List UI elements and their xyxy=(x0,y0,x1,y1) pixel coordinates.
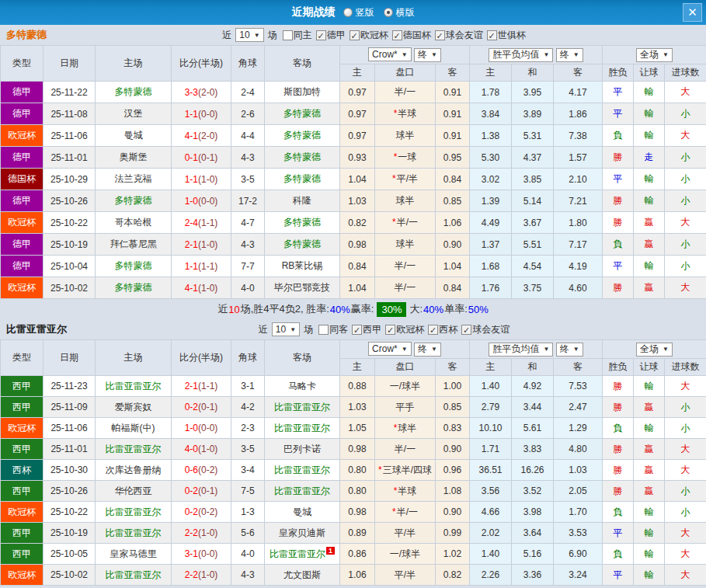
odds-company-dropdown[interactable]: Crow*▼ xyxy=(368,342,412,356)
chevron-down-icon: ▼ xyxy=(254,32,260,39)
subcol-mean-away: 客 xyxy=(554,359,603,376)
filter-checkbox[interactable]: ✓世俱杯 xyxy=(487,29,526,42)
odds-handicap: *半/一 xyxy=(375,502,436,523)
odds-home: 1.04 xyxy=(340,277,375,299)
odds-home: 0.93 xyxy=(340,147,375,169)
mean-away: 2.10 xyxy=(554,169,603,190)
close-button[interactable]: ✕ xyxy=(683,3,702,22)
mean-draw: 3.89 xyxy=(512,103,554,125)
match-row: 德甲25-10-26多特蒙德1-0(0-0)17-2科隆1.03球半0.851.… xyxy=(1,190,706,212)
subcol-goals: 进球数 xyxy=(665,359,706,376)
match-row: 德甲25-10-19拜仁慕尼黑2-1(1-0)4-3多特蒙德0.98球半0.90… xyxy=(1,234,706,256)
chevron-down-icon: ▼ xyxy=(431,346,437,353)
league-badge: 德甲 xyxy=(1,103,43,125)
corner-score: 4-3 xyxy=(231,234,265,256)
match-row: 西甲25-10-05皇家马德里3-1(0-0)4-0比雷亚雷亚尔10.86一/球… xyxy=(1,544,706,565)
checkbox-icon: ✓ xyxy=(435,30,445,40)
result-handicap: 輸 xyxy=(634,82,665,103)
checkbox-label: 德甲 xyxy=(327,29,346,42)
filter-checkbox[interactable]: 同客 xyxy=(318,323,348,336)
odds-final-dropdown[interactable]: 终▼ xyxy=(414,343,441,357)
mean-group-header: 胜平负均值▼ 终▼ xyxy=(470,340,603,359)
odds-away: 0.83 xyxy=(436,418,470,439)
match-count-value: 10 xyxy=(276,324,286,335)
filter-checkbox[interactable]: ✓西杯 xyxy=(428,323,457,336)
mean-draw: 4.92 xyxy=(512,376,554,397)
fulltime-score: 2-1 xyxy=(185,239,198,250)
layout-radio-selected[interactable]: 横版 xyxy=(384,6,415,19)
mean-draw: 3.52 xyxy=(512,481,554,502)
filter-checkbox[interactable]: 同主 xyxy=(283,29,312,42)
result-outcome: 勝 xyxy=(603,147,634,169)
odds-home: 0.97 xyxy=(340,125,375,147)
odds-handicap: 球半 xyxy=(375,125,436,147)
filter-checkbox[interactable]: ✓德甲 xyxy=(316,29,346,42)
result-outcome: 平 xyxy=(603,103,634,125)
mean-draw: 3.98 xyxy=(512,502,554,523)
odds-away: 0.85 xyxy=(436,190,470,212)
odds-company-dropdown[interactable]: Crow*▼ xyxy=(368,47,412,61)
titlebar: 近期战绩 竖版横版 ✕ xyxy=(0,0,706,25)
filter-checkbox[interactable]: ✓欧冠杯 xyxy=(385,323,424,336)
mean-away: 7.38 xyxy=(554,125,603,147)
result-outcome: 勝 xyxy=(603,481,634,502)
match-row: 欧冠杯25-10-02多特蒙德4-1(1-0)4-0毕尔巴鄂竞技1.04半/一0… xyxy=(1,277,706,299)
match-row: 西甲25-10-19比雷亚雷亚尔2-2(1-0)5-6皇家贝迪斯0.89平/半0… xyxy=(1,523,706,544)
mean-dropdown[interactable]: 胜平负均值▼ xyxy=(489,343,553,357)
fulltime-dropdown[interactable]: 全场▼ xyxy=(636,48,673,62)
radio-label: 横版 xyxy=(396,6,415,19)
odds-final-dropdown[interactable]: 终▼ xyxy=(414,48,441,62)
result-goals: 小 xyxy=(665,190,706,212)
col-header-home: 主场 xyxy=(96,340,172,376)
result-goals: 大 xyxy=(665,277,706,299)
match-date: 25-10-29 xyxy=(43,169,96,190)
halftime-score: (0-0) xyxy=(198,548,217,559)
odds-away: 0.91 xyxy=(436,125,470,147)
fulltime-dropdown[interactable]: 全场▼ xyxy=(636,343,673,357)
score-cell: 2-1(1-0) xyxy=(172,234,231,256)
league-badge: 西甲 xyxy=(1,439,43,460)
mean-final-value: 终 xyxy=(560,343,569,356)
col-header-corner: 角球 xyxy=(231,46,265,82)
fulltime-group-header: 全场▼ xyxy=(603,340,706,359)
fulltime-score: 4-0 xyxy=(185,444,198,454)
layout-radio-option[interactable]: 竖版 xyxy=(343,6,374,19)
mean-final-dropdown[interactable]: 终▼ xyxy=(556,343,583,357)
filter-checkbox[interactable]: ✓球会友谊 xyxy=(435,29,483,42)
result-handicap: 輸 xyxy=(634,376,665,397)
summary-part: 场,胜4平4负2, 胜率: xyxy=(241,302,329,316)
filter-checkbox[interactable]: ✓欧冠杯 xyxy=(350,29,388,42)
league-badge: 欧冠杯 xyxy=(1,125,43,147)
corner-score: 4-0 xyxy=(231,277,265,299)
corner-score: 2-6 xyxy=(231,103,265,125)
filter-checkbox[interactable]: ✓德国杯 xyxy=(392,29,431,42)
mean-final-dropdown[interactable]: 终▼ xyxy=(556,48,583,62)
checkbox-label: 西甲 xyxy=(363,323,381,336)
mean-dropdown[interactable]: 胜平负均值▼ xyxy=(489,48,553,62)
result-outcome: 負 xyxy=(603,544,634,565)
corner-score: 17-2 xyxy=(231,190,265,212)
mean-away: 4.60 xyxy=(554,277,603,299)
home-team: 次库达鲁册纳 xyxy=(96,460,172,481)
filter-checkbox[interactable]: ✓球会友谊 xyxy=(461,323,510,336)
score-cell: 2-4(1-1) xyxy=(172,212,231,234)
mean-home: 1.38 xyxy=(470,125,512,147)
odds-handicap: 一/球半 xyxy=(375,376,436,397)
team-section-home: 多特蒙德 近10▼场同主✓德甲✓欧冠杯✓德国杯✓球会友谊✓世俱杯 类型 日期 主… xyxy=(0,25,706,319)
mean-group-header: 胜平负均值▼ 终▼ xyxy=(470,46,603,64)
filter-checkbox[interactable]: ✓西甲 xyxy=(352,323,381,336)
corner-score: 4-2 xyxy=(231,397,265,418)
summary-part: 赢率: xyxy=(351,302,374,316)
mean-away: 2.05 xyxy=(554,481,603,502)
result-outcome: 負 xyxy=(603,502,634,523)
away-team: 多特蒙德 xyxy=(265,169,340,190)
fulltime-score: 0-2 xyxy=(185,506,198,517)
odds-handicap: 半/一 xyxy=(375,439,436,460)
match-count-select[interactable]: 10▼ xyxy=(272,322,300,336)
matches-table: 类型 日期 主场 比分(半场) 角球 客场 Crow*▼ 终▼ 胜平负均值▼ 终… xyxy=(0,339,706,586)
match-count-select[interactable]: 10▼ xyxy=(235,28,263,42)
subcol-mean-home: 主 xyxy=(470,64,512,82)
result-handicap: 贏 xyxy=(634,439,665,460)
odds-home: 0.80 xyxy=(340,460,375,481)
mean-draw: 3.75 xyxy=(512,277,554,299)
